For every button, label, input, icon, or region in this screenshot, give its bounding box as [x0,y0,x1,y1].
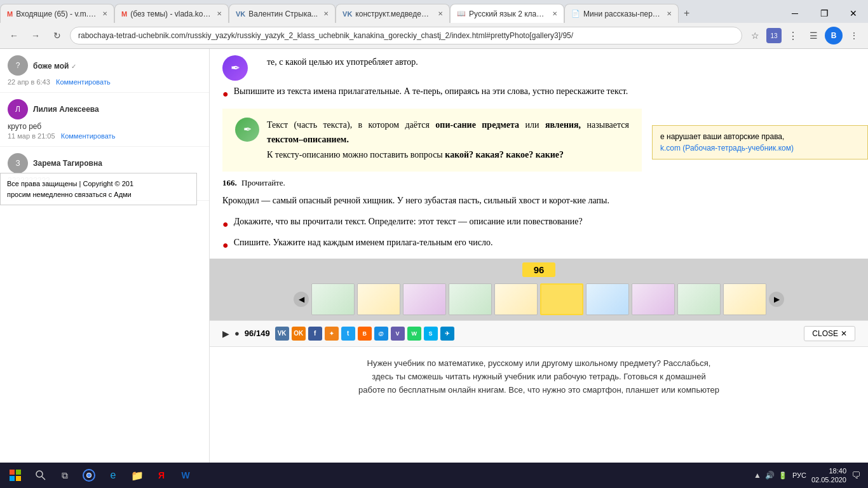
bullet-dot-3: ● [222,237,229,254]
thumb-inner-7 [587,284,628,315]
share-whatsapp[interactable]: W [407,327,421,341]
definition-box: ✒ Текст (часть текста), в котором даётся… [222,109,642,172]
share-vk[interactable]: VK [275,327,289,341]
notification-icon[interactable]: 🗨 [851,470,860,480]
tab-close-1[interactable]: ✕ [217,10,222,17]
right-notice: е нарушает ваши авторские права, k.com (… [652,125,868,159]
tab-close-4[interactable]: ✕ [552,10,557,17]
tab-close-2[interactable]: ✕ [323,10,329,17]
taskbar-word[interactable]: W [174,464,197,487]
share-telegram[interactable]: ✈ [440,327,454,341]
thumb-1[interactable] [311,283,355,315]
share-odnoklassniki[interactable]: ✦ [325,327,339,341]
play-button[interactable]: ▶ [222,329,229,339]
share-mail[interactable]: @ [374,327,388,341]
thumb-next-button[interactable]: ▶ [769,292,784,307]
speaker-icon[interactable]: 🔊 [765,471,775,480]
tab-vk-1[interactable]: VK Валентин Стрыка... ✕ [229,4,336,23]
comment-name-3: Зарема Тагировна [33,159,102,168]
tab-textbook-active[interactable]: 📖 Русский язык 2 класс ... ✕ [450,4,564,23]
thumb-9[interactable] [677,283,721,315]
thumb-inner-4 [449,284,491,315]
textbook-page: ✒ те, с какой целью их употребляет автор… [210,49,654,254]
thumb-5[interactable] [494,283,538,315]
taskbar-right: ▲ 🔊 🔋 РУС 18:40 02.05.2020 🗨 [754,466,865,485]
lang-indicator[interactable]: РУС [792,471,806,479]
svg-rect-3 [16,476,21,481]
thumb-2[interactable] [357,283,400,315]
network-icon[interactable]: ▲ [754,471,761,480]
gmail-icon: M [7,10,13,18]
tab-gmail-inbox[interactable]: M Входящие (65) - v.m.kc... ✕ [0,4,114,23]
tab-close-3[interactable]: ✕ [438,10,443,17]
profile-button[interactable]: B [825,27,843,44]
thumb-4[interactable] [449,283,492,315]
share-twitter[interactable]: t [341,327,355,341]
window-controls: ─ ❐ ✕ [780,2,868,25]
bookmark-icon[interactable]: ☆ [746,27,764,44]
svg-point-8 [87,473,91,477]
tab-label-6: Мини рассказы-пере... [583,10,661,18]
comment-link-1[interactable]: Комментировать [56,78,111,86]
close-button-media[interactable]: CLOSE ✕ [804,326,855,341]
thumb-3[interactable] [403,283,446,315]
share-facebook[interactable]: f [308,327,322,341]
new-tab-button[interactable]: + [679,5,695,22]
url-input[interactable] [70,27,742,44]
share-ok[interactable]: OK [292,327,306,341]
bullet-dot-1: ● [222,86,229,102]
share-skype[interactable]: S [424,327,438,341]
thumb-10[interactable] [723,283,766,315]
bullet-item-3: ● Спишите. Укажите над каждым именем при… [222,236,642,254]
forward-button[interactable]: → [27,27,44,44]
avatar-3: З [8,153,28,173]
center-column: е нарушает ваши авторские права, k.com (… [210,49,868,488]
taskbar-explorer[interactable]: 📁 [126,464,149,487]
taskbar: ⧉ e 📁 Я W ▲ 🔊 🔋 РУС 18:40 02.05.2020 🗨 [0,463,868,488]
more-icon[interactable]: ⋮ [784,27,802,44]
taskbar-search[interactable] [29,464,52,487]
taskbar-taskview[interactable]: ⧉ [53,464,76,487]
tab-close-0[interactable]: ✕ [102,10,107,17]
yandex-icon: Я [158,470,165,480]
share-blog[interactable]: B [358,327,372,341]
start-button[interactable] [3,463,28,488]
clock: 18:40 02.05.2020 [811,466,846,485]
maximize-button[interactable]: ❐ [810,2,839,25]
thumb-inner-6 [541,285,582,314]
extension-icon-1[interactable]: 13 [766,28,782,43]
tab-close-5[interactable]: ✕ [667,10,672,17]
minimize-button[interactable]: ─ [780,2,810,25]
copyright-overlay: Все права защищены | Copyright © 201 про… [0,173,197,205]
tab-stories[interactable]: 📄 Мини рассказы-пере... ✕ [564,4,679,23]
taskbar-yandex[interactable]: Я [150,464,173,487]
gmail-icon-2: M [121,10,127,18]
comment-meta-2: 11 мар в 21:05 Комментировать [8,132,201,140]
settings-icon[interactable]: ☰ [804,27,822,44]
clock-date: 02.05.2020 [811,475,846,484]
comment-link-2[interactable]: Комментировать [61,132,116,140]
thumb-inner-1 [312,284,354,315]
search-icon [36,470,46,480]
thumb-prev-button[interactable]: ◀ [294,292,309,307]
tab-label-4: конструкт.медведева... [355,10,432,18]
comment-item-2: Л Лилия Алексеева круто реб 11 мар в 21:… [0,93,209,147]
menu-button[interactable]: ⋮ [845,27,863,44]
taskbar-chrome[interactable] [78,464,100,487]
comment-name-2: Лилия Алексеева [33,105,99,114]
thumb-inner-10 [724,284,766,315]
taskbar-ie[interactable]: e [102,464,125,487]
stories-icon: 📄 [571,10,580,18]
battery-icon[interactable]: 🔋 [778,471,787,480]
back-button[interactable]: ← [5,27,23,44]
close-button[interactable]: ✕ [839,2,868,25]
tab-label: Входящие (65) - v.m.kc... [16,10,97,18]
refresh-button[interactable]: ↻ [48,27,66,44]
page-number-badge: 96 [522,262,556,277]
share-viber[interactable]: V [391,327,405,341]
thumb-6-active[interactable] [540,283,583,315]
tab-gmail-2[interactable]: M (без темы) - vlada.kons... ✕ [114,4,229,23]
thumb-8[interactable] [632,283,675,315]
thumb-7[interactable] [586,283,629,315]
tab-vk-2[interactable]: VK конструкт.медведева... ✕ [336,4,450,23]
